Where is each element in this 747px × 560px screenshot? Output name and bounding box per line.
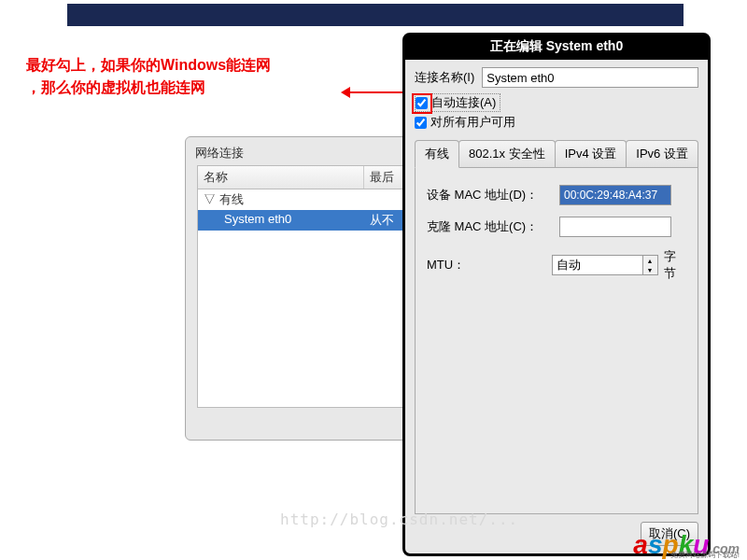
all-users-checkbox[interactable]: 对所有用户可用 bbox=[415, 114, 698, 131]
tab-8021x[interactable]: 802.1x 安全性 bbox=[458, 140, 556, 167]
mtu-spinner[interactable]: ▲ ▼ bbox=[552, 255, 658, 275]
tab-content-wired: 设备 MAC 地址(D)： 克隆 MAC 地址(C)： MTU： ▲ ▼ 字节 bbox=[415, 167, 698, 514]
conn-name-label: 连接名称(I) bbox=[415, 69, 474, 86]
device-mac-input[interactable] bbox=[559, 185, 671, 205]
auto-connect-input[interactable] bbox=[416, 97, 428, 109]
mtu-label: MTU： bbox=[427, 257, 552, 273]
mtu-up-button[interactable]: ▲ bbox=[643, 256, 657, 265]
tab-ipv4[interactable]: IPv4 设置 bbox=[555, 140, 627, 167]
top-bar bbox=[67, 4, 684, 26]
dialog-title: 正在编辑 System eth0 bbox=[405, 35, 708, 60]
mtu-unit: 字节 bbox=[664, 248, 686, 282]
col-name: 名称 bbox=[198, 166, 364, 189]
auto-connect-label: 自动连接(A) bbox=[431, 94, 496, 111]
device-mac-label: 设备 MAC 地址(D)： bbox=[427, 187, 559, 203]
all-users-label: 对所有用户可用 bbox=[430, 114, 515, 131]
logo-subtitle: 免费网站源码下载站! bbox=[670, 550, 740, 560]
conn-name-input[interactable] bbox=[482, 67, 698, 88]
annotation-arrow bbox=[347, 91, 403, 93]
tab-wired[interactable]: 有线 bbox=[415, 140, 459, 168]
mtu-down-button[interactable]: ▼ bbox=[643, 265, 657, 274]
edit-connection-dialog: 正在编辑 System eth0 连接名称(I) 自动连接(A) 对所有用户可用… bbox=[402, 33, 711, 556]
all-users-input[interactable] bbox=[415, 117, 427, 129]
annotation-line1: 最好勾上，如果你的Windows能连网 bbox=[26, 57, 271, 73]
annotation-line2: ，那么你的虚拟机也能连网 bbox=[26, 79, 205, 95]
clone-mac-label: 克隆 MAC 地址(C)： bbox=[427, 218, 559, 235]
clone-mac-input[interactable] bbox=[559, 217, 671, 237]
annotation-arrow-head bbox=[341, 87, 350, 98]
tabs: 有线 802.1x 安全性 IPv4 设置 IPv6 设置 bbox=[415, 140, 698, 167]
auto-connect-checkbox[interactable]: 自动连接(A) bbox=[415, 93, 500, 112]
row-name: System eth0 bbox=[198, 210, 364, 231]
mtu-input[interactable] bbox=[553, 256, 642, 274]
tab-ipv6[interactable]: IPv6 设置 bbox=[626, 140, 698, 167]
